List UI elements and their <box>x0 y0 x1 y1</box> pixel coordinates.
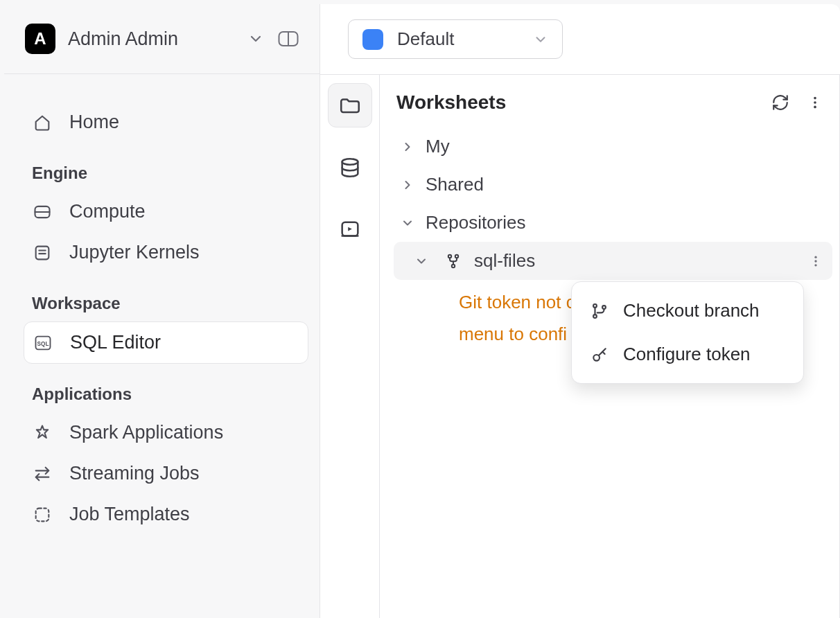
nav-label: Home <box>69 112 119 133</box>
nav-jupyter[interactable]: Jupyter Kernels <box>24 232 308 273</box>
refresh-icon <box>771 94 789 112</box>
chevron-right-icon <box>399 178 416 192</box>
svg-point-10 <box>342 159 358 165</box>
svg-point-19 <box>814 256 816 258</box>
templates-icon <box>32 504 53 525</box>
nav-label: SQL Editor <box>70 332 161 353</box>
svg-rect-4 <box>36 246 49 259</box>
sidebar-header: A Admin Admin <box>4 4 320 74</box>
menu-configure-token[interactable]: Configure token <box>572 333 803 376</box>
folder-icon <box>338 94 362 117</box>
section-applications: Applications <box>24 364 308 412</box>
nav-label: Spark Applications <box>69 422 223 443</box>
svg-point-15 <box>814 106 816 109</box>
menu-checkout-branch[interactable]: Checkout branch <box>572 289 803 333</box>
nav-home[interactable]: Home <box>24 102 308 143</box>
svg-text:SQL: SQL <box>37 340 49 346</box>
panel-actions <box>771 94 823 112</box>
avatar[interactable]: A <box>25 24 55 54</box>
nav-templates[interactable]: Job Templates <box>24 494 308 535</box>
home-icon <box>32 112 53 133</box>
tree-my[interactable]: My <box>394 127 832 166</box>
repo-context-menu: Checkout branch Configure token <box>571 281 804 384</box>
avatar-initial: A <box>34 29 46 48</box>
content-row: Worksheets My <box>320 75 840 618</box>
tree-label: Repositories <box>426 212 526 233</box>
refresh-button[interactable] <box>771 94 789 112</box>
database-icon <box>338 156 362 179</box>
rail-folder[interactable] <box>328 83 372 127</box>
streaming-icon <box>32 464 53 484</box>
nav: Home Engine Compute Jupyter Kernels Work… <box>4 74 320 535</box>
worksheets-panel: Worksheets My <box>380 75 840 618</box>
kernels-icon <box>32 242 53 263</box>
more-vertical-icon <box>807 94 823 112</box>
nav-compute[interactable]: Compute <box>24 191 308 232</box>
warehouse-swatch <box>362 29 383 50</box>
nav-label: Jupyter Kernels <box>69 242 200 263</box>
warehouse-name: Default <box>397 28 454 50</box>
nav-sql-editor[interactable]: SQL SQL Editor <box>24 321 308 364</box>
svg-point-14 <box>814 101 816 104</box>
panel-header: Worksheets <box>394 87 832 123</box>
tree-label: Shared <box>426 174 484 195</box>
rail-history[interactable] <box>328 208 372 252</box>
tree-repositories[interactable]: Repositories <box>394 204 832 242</box>
more-vertical-icon <box>809 253 823 270</box>
svg-rect-9 <box>36 508 49 521</box>
svg-point-13 <box>814 97 816 100</box>
chevron-down-icon <box>533 32 548 47</box>
section-workspace: Workspace <box>24 273 308 321</box>
spark-icon <box>32 423 53 443</box>
chevron-down-icon <box>413 254 430 268</box>
menu-label: Checkout branch <box>623 300 760 321</box>
main: Default Worksheets <box>320 4 840 618</box>
tree-repo-item[interactable]: sql-files <box>394 242 832 280</box>
nav-label: Compute <box>69 201 146 222</box>
tree-shared[interactable]: Shared <box>394 166 832 204</box>
collapse-sidebar-icon[interactable] <box>277 30 300 48</box>
user-name[interactable]: Admin Admin <box>68 28 235 50</box>
rail-database[interactable] <box>328 145 372 190</box>
chevron-down-icon <box>399 216 416 230</box>
tool-rail <box>320 75 380 618</box>
branch-icon <box>590 302 609 320</box>
compute-icon <box>32 202 53 222</box>
warehouse-select[interactable]: Default <box>348 19 563 59</box>
tree-label: My <box>426 136 450 157</box>
repo-more-button[interactable] <box>809 253 827 270</box>
nav-streaming[interactable]: Streaming Jobs <box>24 453 308 494</box>
history-icon <box>338 218 362 242</box>
more-button[interactable] <box>807 94 823 112</box>
panel-title: Worksheets <box>396 91 771 114</box>
svg-point-20 <box>814 260 816 262</box>
git-fork-icon <box>439 253 464 270</box>
key-icon <box>590 346 609 364</box>
sidebar: A Admin Admin Home Engine <box>4 4 320 618</box>
tree-label: sql-files <box>474 250 535 272</box>
section-engine: Engine <box>24 143 308 191</box>
svg-marker-12 <box>348 227 352 231</box>
menu-label: Configure token <box>623 344 751 365</box>
chevron-down-icon[interactable] <box>247 30 264 47</box>
sql-icon: SQL <box>33 333 53 353</box>
topbar: Default <box>320 4 840 75</box>
nav-label: Job Templates <box>69 504 190 525</box>
nav-spark-apps[interactable]: Spark Applications <box>24 412 308 453</box>
svg-point-21 <box>814 264 816 266</box>
chevron-right-icon <box>399 140 416 154</box>
nav-label: Streaming Jobs <box>69 463 200 484</box>
